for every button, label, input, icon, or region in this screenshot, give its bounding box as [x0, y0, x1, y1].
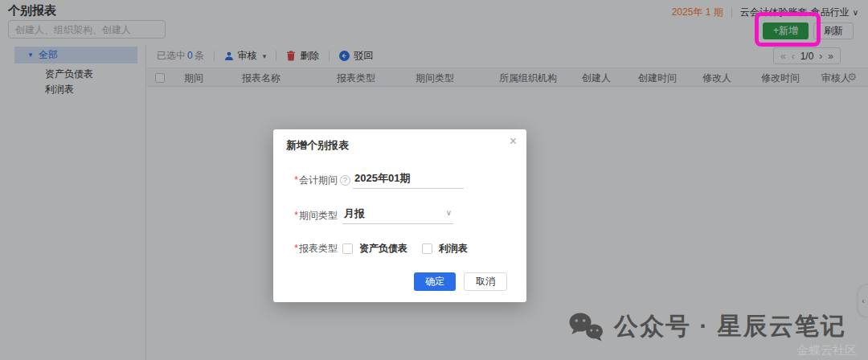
dialog-footer: 确定 取消	[414, 272, 507, 291]
report-type-options: 资产负债表 利润表	[342, 242, 476, 256]
field-label: *报表类型	[288, 242, 338, 256]
accounting-period-label: 会计期间	[299, 174, 338, 186]
balance-sheet-checkbox[interactable]	[342, 243, 353, 254]
chevron-down-icon: ∨	[446, 208, 452, 217]
dialog-title: 新增个别报表	[286, 138, 349, 153]
accounting-period-field: *会计期间 ? 2025年01期	[288, 171, 464, 189]
report-type-field: *报表类型 资产负债表 利润表	[288, 242, 476, 256]
close-icon[interactable]: ×	[510, 135, 517, 148]
required-mark: *	[294, 174, 298, 186]
accounting-period-input[interactable]: 2025年01期	[353, 171, 464, 189]
app-window: 个别报表 2025年 1 期 云会计体验账套-食品行业 ∨ +新增 刷新 ▼ 全…	[0, 0, 868, 360]
field-label: *期间类型	[288, 209, 338, 223]
period-type-field: *期间类型 月报 ∨	[288, 207, 453, 224]
report-type-label: 报表类型	[299, 243, 338, 254]
income-statement-checkbox-label[interactable]: 利润表	[439, 242, 468, 256]
cancel-button[interactable]: 取消	[464, 272, 507, 291]
period-type-label: 期间类型	[299, 210, 338, 221]
balance-sheet-checkbox-label[interactable]: 资产负债表	[359, 242, 407, 256]
help-icon[interactable]: ?	[340, 175, 350, 186]
required-mark: *	[294, 210, 298, 221]
required-mark: *	[294, 243, 298, 254]
period-type-value: 月报	[344, 207, 365, 219]
accounting-period-value: 2025年01期	[354, 172, 410, 184]
income-statement-checkbox[interactable]	[422, 243, 432, 254]
new-report-dialog: 新增个别报表 × *会计期间 ? 2025年01期 *期间类型 月报 ∨ *报表…	[273, 129, 526, 302]
period-type-select[interactable]: 月报 ∨	[342, 207, 453, 224]
field-label: *会计期间	[288, 174, 338, 187]
confirm-button[interactable]: 确定	[414, 272, 456, 291]
